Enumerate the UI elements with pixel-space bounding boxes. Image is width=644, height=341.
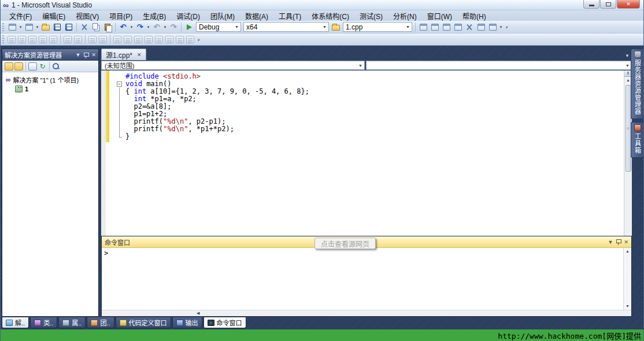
- display-word-completion-icon[interactable]: [39, 36, 47, 43]
- redo-icon[interactable]: ↷: [135, 22, 145, 32]
- toolbox-toolbar-icon[interactable]: [464, 22, 475, 32]
- bottom-tab-team-explorer[interactable]: 团..: [87, 317, 114, 328]
- bottom-tab-class-view[interactable]: 类..: [30, 317, 57, 328]
- window-position-icon[interactable]: ▼: [76, 52, 81, 58]
- toolbar-overflow-button[interactable]: ⸗: [195, 36, 202, 43]
- code-line[interactable]: int *p1=a, *p2;: [125, 95, 624, 103]
- pin-icon[interactable]: [616, 239, 621, 245]
- next-bookmark-doc-icon[interactable]: [176, 36, 184, 43]
- menu-item-13[interactable]: 帮助(H): [457, 10, 491, 21]
- toggle-bookmark-icon[interactable]: [113, 36, 121, 43]
- command-prompt[interactable]: >: [102, 248, 623, 310]
- code-line[interactable]: printf("%d\n", *p1+*p2);: [125, 125, 624, 133]
- toolbar-overflow-button[interactable]: ⸗: [504, 24, 510, 30]
- toolbar-grip[interactable]: [2, 35, 4, 43]
- collapse-all-icon[interactable]: [5, 62, 13, 71]
- document-list-dropdown[interactable]: ▼: [625, 53, 630, 58]
- display-object-members-icon[interactable]: [8, 36, 16, 43]
- undo-dropdown[interactable]: ▾: [129, 25, 134, 29]
- code-line[interactable]: }: [125, 133, 624, 140]
- save-icon[interactable]: [52, 22, 62, 32]
- close-button[interactable]: ✕: [617, 0, 640, 9]
- scrollbar-thumb[interactable]: ≡: [626, 85, 631, 172]
- autohide-tab-toolbox[interactable]: 工具箱: [631, 122, 643, 158]
- members-dropdown[interactable]: ▼: [366, 61, 632, 70]
- scroll-down-icon[interactable]: ▼: [626, 303, 630, 310]
- add-item-icon[interactable]: [24, 22, 34, 32]
- autohide-tab-server-explorer[interactable]: 服务器资源管理器: [631, 49, 643, 119]
- increase-indent-icon[interactable]: [74, 36, 82, 43]
- uncomment-selection-icon[interactable]: [99, 36, 107, 43]
- menu-item-12[interactable]: 窗口(W): [422, 10, 457, 21]
- view-class-diagram-icon[interactable]: [52, 62, 61, 71]
- solution-node[interactable]: ∞ 解决方案 "1" (1 个项目): [3, 75, 97, 84]
- fold-marker[interactable]: −: [117, 81, 122, 87]
- bottom-tab-command-window[interactable]: >命令窗口: [203, 317, 246, 328]
- menu-item-5[interactable]: 调试(D): [171, 10, 205, 21]
- save-all-icon[interactable]: [64, 22, 74, 32]
- new-project-icon[interactable]: [7, 22, 17, 32]
- solution-configurations-combo[interactable]: Debug▼: [196, 22, 241, 32]
- show-all-files-icon[interactable]: [28, 62, 37, 71]
- menu-item-1[interactable]: 编辑(E): [37, 10, 71, 21]
- add-item-dropdown[interactable]: ▾: [35, 25, 40, 29]
- other-windows-dropdown[interactable]: ▾: [498, 25, 504, 29]
- command-horizontal-scrollbar[interactable]: ◀: [102, 310, 631, 316]
- pin-icon[interactable]: [83, 52, 88, 58]
- toolbar-grip[interactable]: [2, 23, 4, 31]
- display-parameter-info-icon[interactable]: [18, 36, 26, 43]
- new-folder-icon[interactable]: [14, 62, 23, 71]
- other-windows-icon[interactable]: [487, 22, 498, 32]
- menu-item-3[interactable]: 项目(P): [104, 10, 138, 21]
- start-debugging-icon[interactable]: [184, 22, 194, 32]
- next-bookmark-icon[interactable]: [134, 36, 142, 43]
- code-line[interactable]: { int a[10]={1, 2, 3, 7, 9, 0, -5, 4, 6,…: [125, 88, 624, 95]
- navigate-backward-icon[interactable]: ↶: [151, 22, 162, 32]
- properties-window-toolbar-icon[interactable]: [430, 22, 440, 32]
- menu-item-11[interactable]: 分析(N): [388, 10, 422, 21]
- clear-bookmarks-icon[interactable]: [186, 36, 194, 43]
- refresh-icon[interactable]: ↻: [38, 62, 47, 71]
- maximize-button[interactable]: [600, 0, 616, 9]
- redo-dropdown[interactable]: ▾: [146, 25, 151, 29]
- bottom-tab-properties-window[interactable]: 属..: [58, 317, 86, 328]
- display-quick-info-icon[interactable]: [28, 36, 36, 43]
- menu-item-2[interactable]: 视图(V): [71, 10, 104, 21]
- find-in-files-icon[interactable]: [331, 22, 341, 32]
- window-position-icon[interactable]: ▼: [608, 239, 613, 245]
- previous-bookmark-icon[interactable]: [124, 36, 132, 43]
- command-vertical-scrollbar[interactable]: ▲ ▼: [623, 248, 631, 310]
- menu-item-8[interactable]: 工具(T): [273, 10, 306, 21]
- error-list-icon[interactable]: [453, 22, 463, 32]
- bottom-tab-output[interactable]: 输出: [172, 317, 202, 328]
- comment-icon[interactable]: [49, 36, 57, 43]
- solution-explorer-titlebar[interactable]: 解决方案资源管理器 ▼ ✕: [2, 49, 98, 61]
- menu-item-0[interactable]: 文件(F): [4, 10, 37, 21]
- close-icon[interactable]: ✕: [91, 52, 96, 58]
- menu-item-6[interactable]: 团队(M): [205, 10, 240, 21]
- close-icon[interactable]: ✕: [624, 239, 628, 245]
- object-browser-icon[interactable]: [441, 22, 451, 32]
- solution-explorer-toolbar-icon[interactable]: [418, 22, 428, 32]
- paste-icon[interactable]: [102, 22, 113, 32]
- menu-item-7[interactable]: 数据(A): [240, 10, 273, 21]
- types-dropdown[interactable]: (未知范围) ▼: [101, 61, 365, 70]
- find-combo[interactable]: 1.cpp▼: [343, 22, 412, 32]
- copy-icon[interactable]: [91, 22, 101, 32]
- close-icon[interactable]: ✕: [137, 52, 142, 58]
- previous-bookmark-doc-icon[interactable]: [165, 36, 173, 43]
- scroll-left-icon[interactable]: ◀: [194, 311, 202, 316]
- navigate-backward-dropdown[interactable]: ▾: [162, 25, 168, 29]
- undo-icon[interactable]: ↶: [118, 22, 128, 32]
- navigate-forward-icon[interactable]: ↷: [168, 22, 179, 32]
- menu-item-4[interactable]: 生成(B): [138, 10, 171, 21]
- solution-platforms-combo[interactable]: x64▼: [243, 22, 329, 32]
- comment-selection-icon[interactable]: [88, 36, 97, 43]
- scroll-up-icon[interactable]: ▲: [626, 77, 630, 84]
- previous-bookmark-folder-icon[interactable]: [145, 36, 153, 43]
- bottom-tab-code-definition[interactable]: 代码定义窗口: [116, 317, 171, 328]
- minimize-button[interactable]: [583, 0, 599, 9]
- bottom-tab-solution-explorer[interactable]: 解..: [2, 317, 29, 328]
- code-line[interactable]: p2=&a[8];: [125, 103, 624, 110]
- command-window-body[interactable]: > ▲ ▼: [102, 248, 631, 310]
